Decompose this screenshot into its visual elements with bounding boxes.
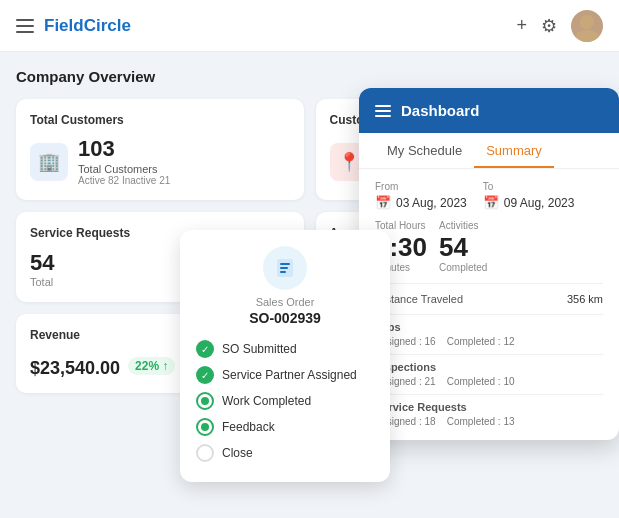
calendar-from-icon: 📅 bbox=[375, 195, 391, 210]
app-logo: FieldCircle bbox=[44, 16, 131, 36]
revenue-badge: 22% ↑ bbox=[128, 357, 175, 375]
from-date-value: 📅 03 Aug, 2023 bbox=[375, 195, 467, 210]
service-requests-section: Service Requests Assigned : 18 Completed… bbox=[375, 401, 603, 428]
revenue-amount: $23,540.00 bbox=[30, 358, 120, 379]
status-work-completed: Work Completed bbox=[196, 388, 374, 414]
svg-rect-4 bbox=[280, 267, 288, 269]
to-label: To bbox=[483, 181, 575, 192]
sales-order-number: SO-002939 bbox=[196, 310, 374, 326]
status-partner-label: Service Partner Assigned bbox=[222, 368, 357, 382]
gear-icon[interactable]: ⚙ bbox=[541, 15, 557, 37]
status-partner-assigned: ✓ Service Partner Assigned bbox=[196, 362, 374, 388]
divider-4 bbox=[375, 394, 603, 395]
inspections-label: Inspections bbox=[375, 361, 603, 373]
total-customers-body: 🏢 103 Total Customers Active 82 Inactive… bbox=[30, 137, 290, 186]
status-work-label: Work Completed bbox=[222, 394, 311, 408]
svg-point-1 bbox=[575, 30, 599, 42]
from-date-group: From 📅 03 Aug, 2023 bbox=[375, 181, 467, 210]
jobs-label: Jobs bbox=[375, 321, 603, 333]
divider-2 bbox=[375, 314, 603, 315]
jobs-stats: Assigned : 16 Completed : 12 bbox=[375, 335, 603, 348]
svg-rect-3 bbox=[280, 263, 290, 265]
page-title: Company Overview bbox=[16, 68, 603, 85]
inspections-section: Inspections Assigned : 21 Completed : 10 bbox=[375, 361, 603, 388]
date-row: From 📅 03 Aug, 2023 To 📅 09 Aug, 2023 bbox=[375, 181, 603, 210]
avatar[interactable] bbox=[571, 10, 603, 42]
to-date-group: To 📅 09 Aug, 2023 bbox=[483, 181, 575, 210]
to-date-text: 09 Aug, 2023 bbox=[504, 196, 575, 210]
divider-3 bbox=[375, 354, 603, 355]
sr-label: Service Requests bbox=[375, 401, 603, 413]
customers-number: 103 bbox=[78, 137, 170, 161]
status-feedback-label: Feedback bbox=[222, 420, 275, 434]
panel-body: From 📅 03 Aug, 2023 To 📅 09 Aug, 2023 To… bbox=[359, 169, 619, 440]
svg-point-0 bbox=[580, 15, 594, 29]
menu-icon[interactable] bbox=[16, 19, 34, 33]
status-close: Close bbox=[196, 440, 374, 466]
check-feedback bbox=[196, 418, 214, 436]
status-submitted: ✓ SO Submitted bbox=[196, 336, 374, 362]
panel-title: Dashboard bbox=[401, 102, 479, 119]
from-date-text: 03 Aug, 2023 bbox=[396, 196, 467, 210]
sales-icon-wrap bbox=[196, 246, 374, 290]
stats-row: Total Hours 0:30 minutes Activities 54 C… bbox=[375, 220, 603, 273]
tab-summary[interactable]: Summary bbox=[474, 133, 554, 168]
check-close bbox=[196, 444, 214, 462]
divider-1 bbox=[375, 283, 603, 284]
inspections-stats: Assigned : 21 Completed : 10 bbox=[375, 375, 603, 388]
sr-stats: Assigned : 18 Completed : 13 bbox=[375, 415, 603, 428]
jobs-section: Jobs Assigned : 16 Completed : 12 bbox=[375, 321, 603, 348]
panel-menu-icon[interactable] bbox=[375, 105, 391, 117]
to-date-value: 📅 09 Aug, 2023 bbox=[483, 195, 575, 210]
sales-order-popup: Sales Order SO-002939 ✓ SO Submitted ✓ S… bbox=[180, 230, 390, 482]
customers-icon: 🏢 bbox=[30, 143, 68, 181]
customers-sublabel: Active 82 Inactive 21 bbox=[78, 175, 170, 186]
check-partner: ✓ bbox=[196, 366, 214, 384]
svg-rect-5 bbox=[280, 271, 286, 273]
activities-value: 54 bbox=[439, 233, 487, 262]
total-customers-card: Total Customers 🏢 103 Total Customers Ac… bbox=[16, 99, 304, 200]
nav-left: FieldCircle bbox=[16, 16, 131, 36]
sales-order-label: Sales Order bbox=[196, 296, 374, 308]
activities-stat: Activities 54 Completed bbox=[439, 220, 487, 273]
status-submitted-label: SO Submitted bbox=[222, 342, 297, 356]
check-work bbox=[196, 392, 214, 410]
status-feedback: Feedback bbox=[196, 414, 374, 440]
distance-row: Distance Traveled 356 km bbox=[375, 290, 603, 308]
revenue-trend-icon: ↑ bbox=[162, 359, 168, 373]
revenue-badge-value: 22% bbox=[135, 359, 159, 373]
check-submitted: ✓ bbox=[196, 340, 214, 358]
revenue-row: $23,540.00 22% ↑ bbox=[30, 352, 202, 379]
total-hours-label: Total Hours bbox=[375, 220, 427, 231]
panel-header: Dashboard bbox=[359, 88, 619, 133]
from-label: From bbox=[375, 181, 467, 192]
activities-unit: Completed bbox=[439, 262, 487, 273]
revenue-title: Revenue bbox=[30, 328, 202, 342]
activities-label: Activities bbox=[439, 220, 487, 231]
plus-icon[interactable]: + bbox=[516, 15, 527, 36]
customers-info: 103 Total Customers Active 82 Inactive 2… bbox=[78, 137, 170, 186]
status-list: ✓ SO Submitted ✓ Service Partner Assigne… bbox=[196, 336, 374, 466]
tab-my-schedule[interactable]: My Schedule bbox=[375, 133, 474, 168]
dashboard-panel: Dashboard My Schedule Summary From 📅 03 … bbox=[359, 88, 619, 440]
status-close-label: Close bbox=[222, 446, 253, 460]
total-customers-title: Total Customers bbox=[30, 113, 290, 127]
calendar-to-icon: 📅 bbox=[483, 195, 499, 210]
sales-order-icon bbox=[263, 246, 307, 290]
nav-right: + ⚙ bbox=[516, 10, 603, 42]
customers-label: Total Customers bbox=[78, 163, 170, 175]
panel-tabs: My Schedule Summary bbox=[359, 133, 619, 169]
top-navigation: FieldCircle + ⚙ bbox=[0, 0, 619, 52]
distance-value: 356 km bbox=[567, 293, 603, 305]
